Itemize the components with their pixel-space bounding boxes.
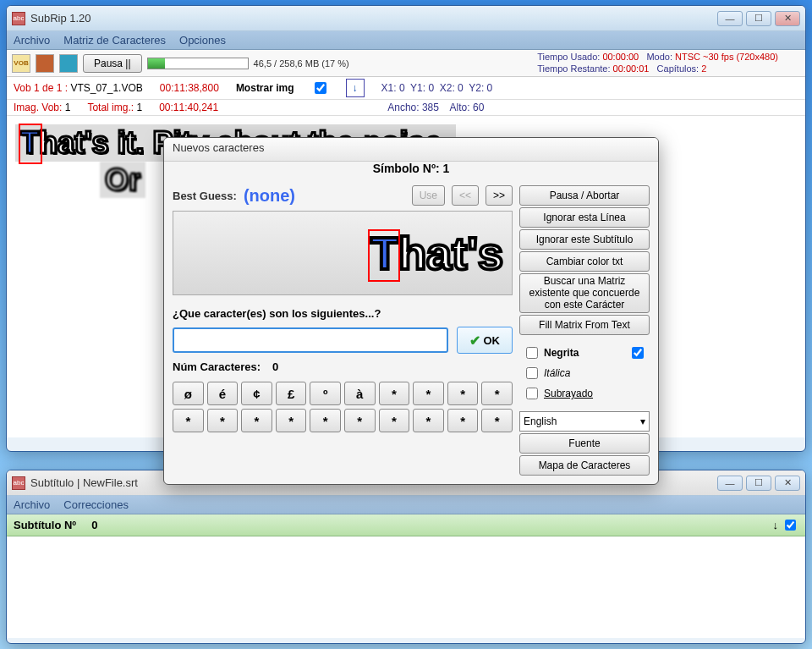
menu-opciones[interactable]: Opciones	[179, 34, 226, 47]
totalimg-label: Total img.:	[87, 102, 134, 113]
time-rem-label: Tiempo Restante:	[537, 63, 612, 74]
dialog-title: Nuevos caracteres	[164, 138, 658, 162]
maximize-button[interactable]: ☐	[746, 11, 771, 26]
char-button-14[interactable]: *	[310, 409, 341, 432]
time-rem-value: 00:00:01	[613, 63, 650, 74]
mostrar-checkbox[interactable]	[315, 82, 326, 94]
minimize-button-2[interactable]: —	[717, 476, 743, 491]
char-button-12[interactable]: *	[241, 409, 272, 432]
char-button-5[interactable]: à	[344, 382, 376, 405]
alto: Alto: 60	[450, 102, 485, 113]
totalimg-value: 1	[136, 102, 142, 113]
character-preview: That's	[173, 211, 513, 295]
matrix-icon[interactable]	[36, 54, 54, 73]
window-title: SubRip 1.20	[30, 12, 717, 25]
char-button-6[interactable]: *	[379, 382, 410, 405]
subtitle-num-value: 0	[91, 519, 97, 531]
charmap-button[interactable]: Mapa de Caracteres	[519, 455, 650, 476]
close-button[interactable]: ✕	[775, 11, 800, 26]
timecode-1: 00:11:38,800	[160, 82, 219, 94]
x2: X2: 0	[440, 82, 464, 94]
char-button-19[interactable]: *	[481, 409, 513, 432]
maximize-button-2[interactable]: ☐	[746, 476, 771, 491]
underline-checkbox[interactable]	[526, 388, 538, 399]
down-arrow-button[interactable]: ↓	[346, 79, 365, 97]
fill-matrix-button[interactable]: Fill Matrix From Text	[519, 315, 650, 335]
imgvob-value: 1	[65, 102, 71, 113]
subtitle-text-area[interactable]	[7, 536, 805, 638]
progress-text: 46,5 / 258,6 MB (17 %)	[254, 58, 349, 69]
pause-abort-button[interactable]: Pausa / Abortar	[519, 185, 650, 206]
change-color-button[interactable]: Cambiar color txt	[519, 251, 650, 272]
num-chars-value: 0	[272, 360, 278, 373]
char-button-8[interactable]: *	[447, 382, 479, 405]
main-toolbar: VOB Pausa || 46,5 / 258,6 MB (17 %) Tiem…	[7, 50, 805, 77]
chapters-label: Capítulos:	[657, 63, 702, 74]
char-button-10[interactable]: *	[173, 409, 204, 432]
char-button-9[interactable]: *	[481, 382, 513, 405]
use-button[interactable]: Use	[412, 185, 445, 206]
ok-button[interactable]: ✔OK	[457, 327, 513, 354]
italic-checkbox[interactable]	[526, 367, 538, 379]
next-button[interactable]: >>	[486, 185, 513, 206]
underline-label: Subrayado	[544, 388, 593, 399]
dialog-header: Símbolo Nº: 1	[164, 162, 658, 180]
italic-label: Itálica	[544, 367, 570, 379]
chapters-value: 2	[701, 63, 706, 74]
wave-icon[interactable]	[59, 54, 78, 73]
pause-button[interactable]: Pausa ||	[83, 54, 142, 73]
prev-button[interactable]: <<	[452, 185, 479, 206]
ignore-subtitle-button[interactable]: Ignorar este Subtítulo	[519, 229, 650, 250]
menu2-archivo[interactable]: Archivo	[14, 498, 50, 511]
subtitle-checkbox[interactable]	[785, 520, 796, 531]
char-button-7[interactable]: *	[413, 382, 444, 405]
font-button[interactable]: Fuente	[519, 433, 650, 454]
menu-archivo[interactable]: Archivo	[14, 34, 50, 47]
subtitle-line-2: Or	[100, 162, 145, 199]
time-used-value: 00:00:00	[602, 52, 639, 62]
subtitle-num-label: Subtítulo Nº	[14, 519, 76, 531]
character-input[interactable]	[173, 327, 448, 353]
bold-label: Negrita	[544, 347, 579, 359]
char-button-17[interactable]: *	[413, 409, 444, 432]
time-used-label: Tiempo Usado:	[537, 52, 602, 62]
y2: Y2: 0	[469, 82, 492, 94]
bold-extra-checkbox[interactable]	[632, 347, 644, 359]
prompt-label: ¿Que caracter(es) son los siguientes...?	[173, 307, 513, 320]
check-icon: ✔	[469, 333, 480, 349]
vob-icon[interactable]: VOB	[12, 54, 30, 73]
mostrar-label: Mostrar img	[236, 82, 294, 94]
vob-label: Vob 1 de 1 :	[14, 82, 68, 94]
char-button-16[interactable]: *	[379, 409, 410, 432]
best-guess-value: (none)	[244, 186, 295, 206]
app-icon: abc	[12, 12, 25, 25]
char-button-1[interactable]: é	[207, 382, 239, 405]
char-button-2[interactable]: ¢	[241, 382, 272, 405]
vob-file: VTS_07_1.VOB	[70, 82, 142, 94]
ancho: Ancho: 385	[387, 102, 439, 113]
num-chars-label: Núm Caracteres:	[173, 360, 261, 373]
close-button-2[interactable]: ✕	[775, 476, 800, 491]
ignore-line-button[interactable]: Ignorar esta Línea	[519, 207, 650, 228]
char-button-18[interactable]: *	[447, 409, 479, 432]
char-button-15[interactable]: *	[344, 409, 376, 432]
y1: Y1: 0	[410, 82, 434, 94]
progress-bar	[147, 58, 249, 69]
menu-matriz[interactable]: Matriz de Caracteres	[63, 34, 166, 47]
char-button-4[interactable]: º	[310, 382, 341, 405]
search-matrix-button[interactable]: Buscar una Matriz existente que concuerd…	[519, 273, 650, 313]
timecode-2: 00:11:40,241	[159, 102, 218, 113]
char-button-13[interactable]: *	[276, 409, 307, 432]
down-arrow-icon[interactable]: ↓	[773, 519, 779, 531]
dropdown-icon: ▾	[640, 415, 645, 427]
mode-value: NTSC ~30 fps (720x480)	[675, 52, 778, 62]
minimize-button[interactable]: —	[717, 11, 743, 26]
menu2-correcciones[interactable]: Correcciones	[63, 498, 129, 511]
char-button-0[interactable]: ø	[173, 382, 204, 405]
mode-label: Modo:	[646, 52, 675, 62]
char-button-11[interactable]: *	[207, 409, 239, 432]
app-icon-2: abc	[12, 476, 25, 490]
language-select[interactable]: English▾	[519, 411, 650, 432]
bold-checkbox[interactable]	[526, 347, 538, 359]
char-button-3[interactable]: £	[276, 382, 307, 405]
